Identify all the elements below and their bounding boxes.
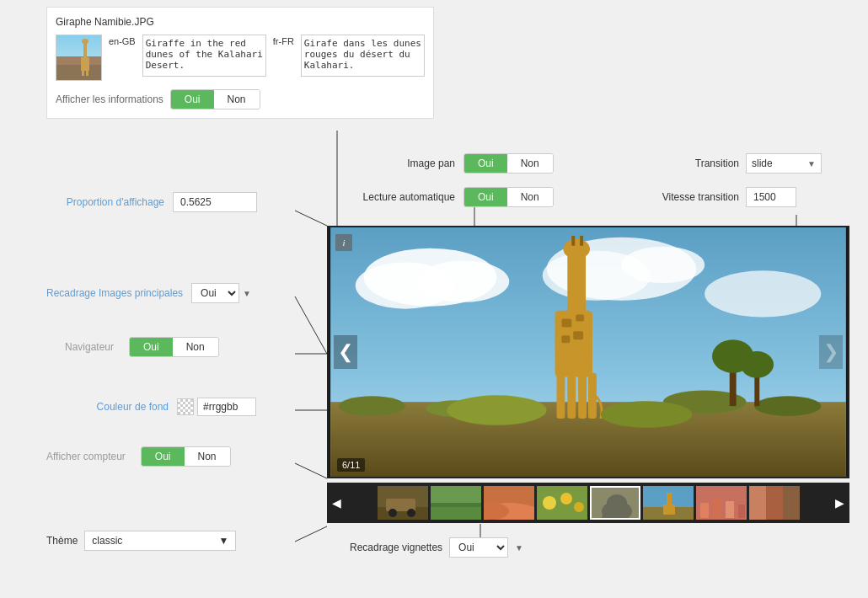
transition-dropdown-arrow: ▼ [807,159,816,168]
transition-value: slide [752,158,773,169]
svg-point-48 [447,395,546,425]
svg-rect-39 [580,236,583,246]
color-swatch[interactable] [177,398,194,415]
svg-rect-75 [726,501,734,518]
svg-point-53 [388,509,397,517]
svg-rect-42 [578,373,587,419]
svg-point-62 [543,496,556,510]
info-button[interactable]: i [335,234,352,251]
recadrage-select[interactable]: Oui Non [191,283,239,303]
vitesse-row: Vitesse transition [662,187,796,207]
lecture-auto-non-btn[interactable]: Non [507,188,553,206]
thumb-6[interactable] [643,486,694,520]
navigateur-oui-btn[interactable]: Oui [130,338,173,356]
svg-line-3 [295,211,327,226]
lang-fr-label: fr-FR [273,35,294,46]
svg-rect-47 [573,331,583,339]
svg-rect-56 [431,507,481,520]
compteur-oui-btn[interactable]: Oui [142,447,185,466]
recadrage-row: Recadrage Images principales Oui Non ▼ [46,283,251,303]
compteur-toggle: Oui Non [141,446,231,467]
thumb-1[interactable] [378,486,428,520]
thumb-8[interactable] [749,486,800,520]
theme-select[interactable]: classic ▼ [84,531,236,551]
transition-dropdown[interactable]: slide ▼ [746,153,822,174]
svg-line-7 [295,463,327,478]
thumb-images [346,486,830,520]
lecture-auto-toggle: Oui Non [463,187,554,207]
thumbnails-strip: ◀ [327,483,849,523]
svg-rect-44 [561,319,571,328]
svg-rect-38 [571,236,575,246]
recadrage-vignettes-select[interactable]: Oui Non [449,537,508,558]
svg-point-30 [754,396,821,416]
svg-point-25 [705,270,821,317]
navigateur-label: Navigateur [46,341,122,353]
svg-rect-15 [82,67,84,76]
svg-line-4 [295,296,327,354]
thumb-4[interactable] [537,486,587,520]
svg-rect-41 [567,373,576,419]
vitesse-label: Vitesse transition [662,191,746,203]
svg-rect-78 [749,486,766,520]
color-text-input[interactable] [197,398,256,416]
thumb-7[interactable] [696,486,747,520]
svg-point-64 [574,502,584,512]
viewer-container: i ❮ ❯ 6/11 [327,226,849,478]
svg-point-17 [82,39,88,44]
svg-rect-80 [783,486,800,520]
image-pan-non-btn[interactable]: Non [507,154,553,173]
proportion-row: Proportion d'affichage [46,192,257,212]
lang-en-label: en-GB [109,35,136,46]
desc-en-input[interactable] [142,35,266,77]
proportion-label: Proportion d'affichage [46,196,173,208]
thumb-2[interactable] [431,486,481,520]
recadrage-vignettes-row: Recadrage vignettes Oui Non ▼ [350,537,523,558]
image-info-panel: Giraphe Namibie.JPG [46,7,434,119]
navigateur-non-btn[interactable]: Non [173,338,218,356]
image-pan-oui-btn[interactable]: Oui [464,154,507,173]
theme-arrow: ▼ [218,535,228,547]
svg-point-54 [407,509,415,517]
proportion-input[interactable] [173,192,257,212]
lecture-auto-label: Lecture automatique [362,191,463,203]
svg-rect-36 [567,253,586,319]
svg-point-24 [621,247,705,283]
svg-rect-35 [555,311,592,377]
thumb-nav-right[interactable]: ▶ [830,496,849,510]
recadrage-vignettes-arrow: ▼ [515,543,523,553]
svg-line-8 [295,526,327,542]
navigateur-row: Navigateur Oui Non [46,337,219,357]
svg-rect-57 [431,486,481,503]
svg-rect-79 [766,486,783,520]
afficher-toggle: Oui Non [170,89,260,109]
viewer-nav-left[interactable]: ❮ [334,335,357,369]
thumb-5[interactable] [590,486,640,520]
navigateur-toggle: Oui Non [129,337,219,357]
compteur-label: Afficher compteur [46,451,134,462]
transition-label: Transition [662,158,746,169]
compteur-non-btn[interactable]: Non [185,447,230,466]
svg-rect-12 [56,56,102,65]
vitesse-input[interactable] [746,187,796,207]
afficher-informations-label: Afficher les informations [56,93,163,105]
theme-label: Thème [46,535,78,547]
desc-fr-input[interactable] [301,35,425,77]
thumb-nav-left[interactable]: ◀ [327,496,346,510]
theme-row: Thème classic ▼ [46,531,236,551]
svg-point-34 [741,351,774,378]
afficher-oui-btn[interactable]: Oui [171,90,214,109]
svg-rect-71 [663,505,675,515]
lecture-auto-oui-btn[interactable]: Oui [464,188,507,206]
viewer-nav-right[interactable]: ❯ [819,335,843,369]
svg-rect-73 [700,503,709,518]
afficher-non-btn[interactable]: Non [214,90,260,109]
image-filename: Giraphe Namibie.JPG [56,16,425,28]
main-container: Giraphe Namibie.JPG [0,0,868,598]
thumb-3[interactable] [484,486,534,520]
recadrage-label: Recadrage Images principales [46,287,191,299]
svg-rect-74 [713,499,721,518]
svg-rect-76 [738,505,745,518]
recadrage-vignettes-label: Recadrage vignettes [350,542,442,553]
couleur-row: Couleur de fond [46,398,256,416]
